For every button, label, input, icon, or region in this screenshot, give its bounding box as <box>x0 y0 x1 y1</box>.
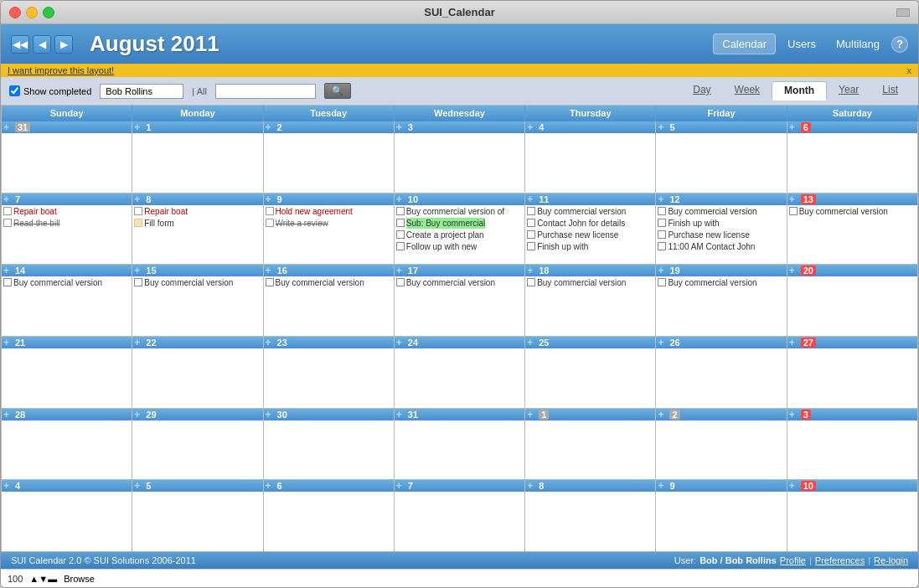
task-item[interactable]: Finish up with <box>527 241 653 252</box>
task-item[interactable]: Buy commercial version <box>658 277 784 288</box>
task-item[interactable]: Purchase new license <box>527 230 653 240</box>
day-cell[interactable]: +31 <box>2 121 132 193</box>
add-event-plus[interactable]: + <box>789 409 795 420</box>
task-checkbox[interactable] <box>658 242 666 250</box>
day-cell[interactable]: +8Repair boatFill form <box>132 193 263 266</box>
task-checkbox[interactable] <box>527 230 535 239</box>
add-event-plus[interactable]: + <box>658 121 663 133</box>
task-item[interactable]: Hold new agreement <box>266 206 392 217</box>
task-item[interactable]: Buy commercial version <box>266 277 392 288</box>
day-cell[interactable]: +14Buy commercial version <box>2 265 132 337</box>
show-completed-checkbox[interactable] <box>9 85 20 96</box>
add-event-plus[interactable]: + <box>527 480 533 492</box>
task-item[interactable]: Buy commercial version <box>658 206 784 217</box>
add-event-plus[interactable]: + <box>396 265 402 276</box>
day-cell[interactable]: +5 <box>656 121 787 193</box>
task-item[interactable]: Buy commercial version <box>789 206 916 217</box>
search-button[interactable]: 🔍 <box>324 83 351 99</box>
day-cell[interactable]: +9 <box>656 480 787 552</box>
day-cell[interactable]: +19Buy commercial version <box>656 265 787 337</box>
add-event-plus[interactable]: + <box>134 265 140 276</box>
task-checkbox[interactable] <box>658 230 666 239</box>
task-item[interactable]: Contact John for details <box>527 218 653 229</box>
day-cell[interactable]: +6 <box>264 480 395 552</box>
relogin-link[interactable]: Re-login <box>874 555 908 565</box>
add-event-plus[interactable]: + <box>658 480 663 492</box>
add-event-plus[interactable]: + <box>3 193 9 205</box>
task-checkbox[interactable] <box>396 230 405 239</box>
tab-day[interactable]: Day <box>681 81 722 101</box>
day-cell[interactable]: +3 <box>787 409 918 481</box>
calendar-nav-button[interactable]: Calendar <box>713 34 776 54</box>
day-cell[interactable]: +30 <box>264 409 395 481</box>
task-item[interactable]: Repair boat <box>3 206 130 217</box>
add-event-plus[interactable]: + <box>134 480 140 492</box>
day-cell[interactable]: +22 <box>132 337 263 409</box>
tab-month[interactable]: Month <box>772 81 827 101</box>
add-event-plus[interactable]: + <box>3 265 9 276</box>
day-cell[interactable]: +27 <box>787 337 918 409</box>
add-event-plus[interactable]: + <box>3 121 9 133</box>
profile-link[interactable]: Profile <box>780 555 806 565</box>
user-select[interactable]: Bob Rollins <box>100 84 183 99</box>
task-item[interactable]: Repair boat <box>134 206 261 217</box>
nav-prev-prev-button[interactable]: ◀◀ <box>11 35 29 54</box>
add-event-plus[interactable]: + <box>789 265 795 276</box>
add-event-plus[interactable]: + <box>789 193 795 205</box>
day-cell[interactable]: +12Buy commercial versionFinish up withP… <box>656 193 787 266</box>
task-checkbox[interactable] <box>396 278 405 286</box>
day-cell[interactable]: +2 <box>656 409 787 481</box>
day-cell[interactable]: +24 <box>395 337 525 409</box>
day-cell[interactable]: +28 <box>2 409 132 481</box>
add-event-plus[interactable]: + <box>527 409 533 420</box>
add-event-plus[interactable]: + <box>396 193 402 205</box>
task-checkbox[interactable] <box>658 207 666 215</box>
task-item[interactable]: Finish up with <box>658 218 784 229</box>
task-item[interactable]: Buy commercial version <box>527 277 653 288</box>
tab-list[interactable]: List <box>870 81 910 101</box>
add-event-plus[interactable]: + <box>658 265 663 276</box>
minimize-button[interactable] <box>26 7 38 18</box>
day-cell[interactable]: +10 <box>787 480 918 552</box>
add-event-plus[interactable]: + <box>396 480 402 492</box>
task-checkbox[interactable] <box>789 207 798 215</box>
day-cell[interactable]: +20 <box>787 265 918 337</box>
help-button[interactable]: ? <box>891 36 908 53</box>
all-link[interactable]: | All <box>192 86 207 96</box>
day-cell[interactable]: +15Buy commercial version <box>132 265 263 337</box>
task-item[interactable]: Buy commercial version <box>134 277 261 288</box>
day-cell[interactable]: +31 <box>395 409 525 481</box>
day-cell[interactable]: +4 <box>2 480 132 552</box>
add-event-plus[interactable]: + <box>134 337 140 348</box>
task-item[interactable]: Buy commercial version <box>396 277 523 288</box>
day-cell[interactable]: +8 <box>525 480 656 552</box>
add-event-plus[interactable]: + <box>266 193 271 205</box>
day-cell[interactable]: +5 <box>132 480 263 552</box>
task-checkbox[interactable] <box>527 219 535 227</box>
day-cell[interactable]: +25 <box>525 337 656 409</box>
task-checkbox[interactable] <box>266 278 274 286</box>
add-event-plus[interactable]: + <box>134 193 140 205</box>
add-event-plus[interactable]: + <box>266 121 271 133</box>
maximize-button[interactable] <box>43 7 54 18</box>
add-event-plus[interactable]: + <box>527 121 533 133</box>
task-item[interactable]: Buy commercial version <box>3 277 130 288</box>
day-cell[interactable]: +1 <box>132 121 263 193</box>
day-cell[interactable]: +3 <box>395 121 525 193</box>
day-cell[interactable]: +4 <box>525 121 656 193</box>
add-event-plus[interactable]: + <box>658 337 663 348</box>
task-item[interactable]: Sub: Buy commercial <box>396 218 523 229</box>
task-checkbox[interactable] <box>527 278 535 286</box>
day-cell[interactable]: +13Buy commercial version <box>787 193 918 266</box>
day-cell[interactable]: +6 <box>787 121 918 193</box>
add-event-plus[interactable]: + <box>266 409 271 420</box>
search-input[interactable] <box>215 84 316 99</box>
day-cell[interactable]: +29 <box>132 409 263 481</box>
task-item[interactable]: Create a project plan <box>396 230 523 240</box>
add-event-plus[interactable]: + <box>266 480 271 492</box>
task-checkbox[interactable] <box>396 207 405 215</box>
add-event-plus[interactable]: + <box>527 193 533 205</box>
day-cell[interactable]: +17Buy commercial version <box>395 265 525 337</box>
day-cell[interactable]: +7 <box>395 480 525 552</box>
add-event-plus[interactable]: + <box>658 193 663 205</box>
